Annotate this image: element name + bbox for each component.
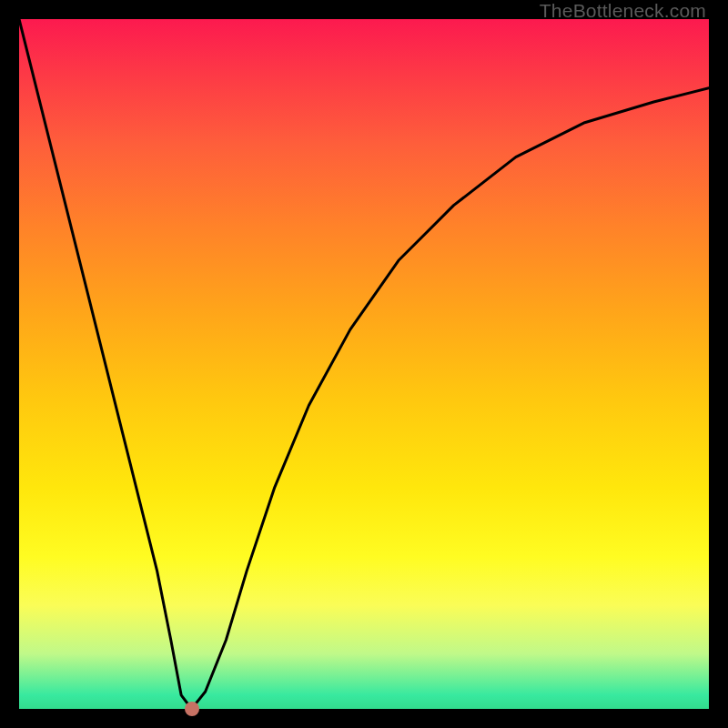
chart-curve-layer (19, 19, 709, 709)
chart-frame (19, 19, 709, 709)
bottleneck-curve (19, 19, 709, 709)
optimal-point-marker (185, 702, 199, 716)
